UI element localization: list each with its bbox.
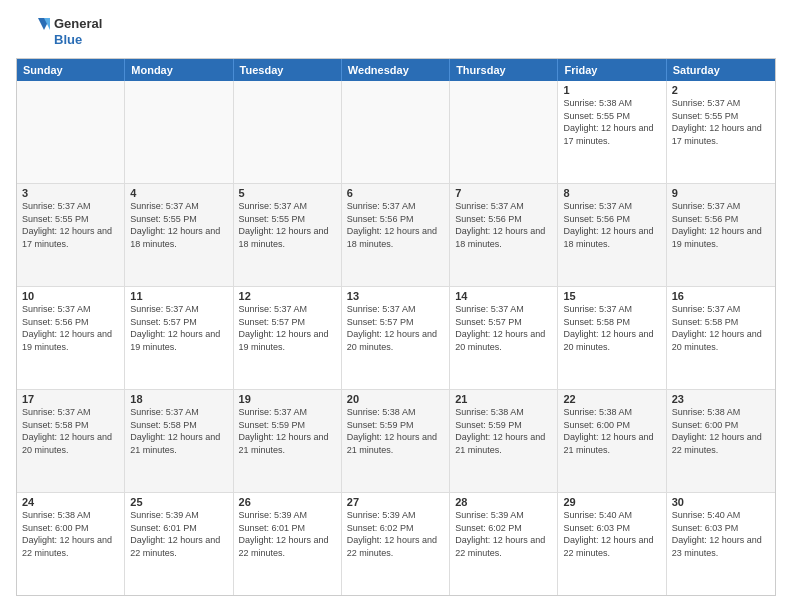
cell-info: Sunrise: 5:37 AM Sunset: 5:55 PM Dayligh…: [672, 97, 770, 147]
calendar-row-1: 3Sunrise: 5:37 AM Sunset: 5:55 PM Daylig…: [17, 184, 775, 287]
day-number: 7: [455, 187, 552, 199]
logo-svg: [16, 16, 50, 48]
day-cell-26: 26Sunrise: 5:39 AM Sunset: 6:01 PM Dayli…: [234, 493, 342, 595]
day-cell-29: 29Sunrise: 5:40 AM Sunset: 6:03 PM Dayli…: [558, 493, 666, 595]
day-header-wednesday: Wednesday: [342, 59, 450, 81]
day-cell-11: 11Sunrise: 5:37 AM Sunset: 5:57 PM Dayli…: [125, 287, 233, 389]
cell-info: Sunrise: 5:37 AM Sunset: 5:55 PM Dayligh…: [239, 200, 336, 250]
calendar-row-3: 17Sunrise: 5:37 AM Sunset: 5:58 PM Dayli…: [17, 390, 775, 493]
calendar-body: 1Sunrise: 5:38 AM Sunset: 5:55 PM Daylig…: [17, 81, 775, 595]
cell-info: Sunrise: 5:38 AM Sunset: 6:00 PM Dayligh…: [22, 509, 119, 559]
calendar-header: SundayMondayTuesdayWednesdayThursdayFrid…: [17, 59, 775, 81]
day-number: 8: [563, 187, 660, 199]
day-header-saturday: Saturday: [667, 59, 775, 81]
day-number: 14: [455, 290, 552, 302]
empty-cell: [17, 81, 125, 183]
day-cell-23: 23Sunrise: 5:38 AM Sunset: 6:00 PM Dayli…: [667, 390, 775, 492]
header: GeneralBlue: [16, 16, 776, 48]
day-cell-30: 30Sunrise: 5:40 AM Sunset: 6:03 PM Dayli…: [667, 493, 775, 595]
day-number: 28: [455, 496, 552, 508]
day-cell-15: 15Sunrise: 5:37 AM Sunset: 5:58 PM Dayli…: [558, 287, 666, 389]
cell-info: Sunrise: 5:38 AM Sunset: 5:59 PM Dayligh…: [347, 406, 444, 456]
day-number: 10: [22, 290, 119, 302]
day-cell-24: 24Sunrise: 5:38 AM Sunset: 6:00 PM Dayli…: [17, 493, 125, 595]
day-cell-10: 10Sunrise: 5:37 AM Sunset: 5:56 PM Dayli…: [17, 287, 125, 389]
day-number: 5: [239, 187, 336, 199]
day-number: 2: [672, 84, 770, 96]
day-cell-2: 2Sunrise: 5:37 AM Sunset: 5:55 PM Daylig…: [667, 81, 775, 183]
empty-cell: [125, 81, 233, 183]
day-cell-25: 25Sunrise: 5:39 AM Sunset: 6:01 PM Dayli…: [125, 493, 233, 595]
day-number: 19: [239, 393, 336, 405]
day-number: 3: [22, 187, 119, 199]
cell-info: Sunrise: 5:37 AM Sunset: 5:56 PM Dayligh…: [672, 200, 770, 250]
day-cell-27: 27Sunrise: 5:39 AM Sunset: 6:02 PM Dayli…: [342, 493, 450, 595]
cell-info: Sunrise: 5:37 AM Sunset: 5:55 PM Dayligh…: [130, 200, 227, 250]
cell-info: Sunrise: 5:38 AM Sunset: 5:59 PM Dayligh…: [455, 406, 552, 456]
cell-info: Sunrise: 5:37 AM Sunset: 5:58 PM Dayligh…: [22, 406, 119, 456]
logo-blue: Blue: [54, 32, 102, 48]
logo: GeneralBlue: [16, 16, 102, 48]
cell-info: Sunrise: 5:37 AM Sunset: 5:59 PM Dayligh…: [239, 406, 336, 456]
day-cell-4: 4Sunrise: 5:37 AM Sunset: 5:55 PM Daylig…: [125, 184, 233, 286]
cell-info: Sunrise: 5:37 AM Sunset: 5:57 PM Dayligh…: [347, 303, 444, 353]
day-cell-5: 5Sunrise: 5:37 AM Sunset: 5:55 PM Daylig…: [234, 184, 342, 286]
day-cell-9: 9Sunrise: 5:37 AM Sunset: 5:56 PM Daylig…: [667, 184, 775, 286]
cell-info: Sunrise: 5:37 AM Sunset: 5:58 PM Dayligh…: [672, 303, 770, 353]
day-cell-14: 14Sunrise: 5:37 AM Sunset: 5:57 PM Dayli…: [450, 287, 558, 389]
day-number: 6: [347, 187, 444, 199]
day-cell-8: 8Sunrise: 5:37 AM Sunset: 5:56 PM Daylig…: [558, 184, 666, 286]
day-number: 15: [563, 290, 660, 302]
day-cell-17: 17Sunrise: 5:37 AM Sunset: 5:58 PM Dayli…: [17, 390, 125, 492]
day-number: 4: [130, 187, 227, 199]
cell-info: Sunrise: 5:39 AM Sunset: 6:01 PM Dayligh…: [130, 509, 227, 559]
day-number: 17: [22, 393, 119, 405]
day-cell-21: 21Sunrise: 5:38 AM Sunset: 5:59 PM Dayli…: [450, 390, 558, 492]
page: GeneralBlue SundayMondayTuesdayWednesday…: [0, 0, 792, 612]
day-number: 18: [130, 393, 227, 405]
cell-info: Sunrise: 5:38 AM Sunset: 6:00 PM Dayligh…: [672, 406, 770, 456]
day-cell-1: 1Sunrise: 5:38 AM Sunset: 5:55 PM Daylig…: [558, 81, 666, 183]
day-number: 20: [347, 393, 444, 405]
day-number: 12: [239, 290, 336, 302]
day-cell-18: 18Sunrise: 5:37 AM Sunset: 5:58 PM Dayli…: [125, 390, 233, 492]
empty-cell: [450, 81, 558, 183]
calendar-row-2: 10Sunrise: 5:37 AM Sunset: 5:56 PM Dayli…: [17, 287, 775, 390]
cell-info: Sunrise: 5:39 AM Sunset: 6:01 PM Dayligh…: [239, 509, 336, 559]
day-number: 26: [239, 496, 336, 508]
day-number: 11: [130, 290, 227, 302]
day-cell-12: 12Sunrise: 5:37 AM Sunset: 5:57 PM Dayli…: [234, 287, 342, 389]
day-header-thursday: Thursday: [450, 59, 558, 81]
day-number: 16: [672, 290, 770, 302]
cell-info: Sunrise: 5:38 AM Sunset: 6:00 PM Dayligh…: [563, 406, 660, 456]
day-cell-13: 13Sunrise: 5:37 AM Sunset: 5:57 PM Dayli…: [342, 287, 450, 389]
cell-info: Sunrise: 5:40 AM Sunset: 6:03 PM Dayligh…: [672, 509, 770, 559]
calendar-row-0: 1Sunrise: 5:38 AM Sunset: 5:55 PM Daylig…: [17, 81, 775, 184]
cell-info: Sunrise: 5:37 AM Sunset: 5:57 PM Dayligh…: [130, 303, 227, 353]
cell-info: Sunrise: 5:37 AM Sunset: 5:58 PM Dayligh…: [130, 406, 227, 456]
logo-general: General: [54, 16, 102, 32]
calendar-row-4: 24Sunrise: 5:38 AM Sunset: 6:00 PM Dayli…: [17, 493, 775, 595]
cell-info: Sunrise: 5:37 AM Sunset: 5:56 PM Dayligh…: [347, 200, 444, 250]
day-number: 24: [22, 496, 119, 508]
day-number: 25: [130, 496, 227, 508]
day-header-friday: Friday: [558, 59, 666, 81]
cell-info: Sunrise: 5:37 AM Sunset: 5:57 PM Dayligh…: [455, 303, 552, 353]
cell-info: Sunrise: 5:37 AM Sunset: 5:58 PM Dayligh…: [563, 303, 660, 353]
day-cell-28: 28Sunrise: 5:39 AM Sunset: 6:02 PM Dayli…: [450, 493, 558, 595]
day-number: 21: [455, 393, 552, 405]
cell-info: Sunrise: 5:39 AM Sunset: 6:02 PM Dayligh…: [347, 509, 444, 559]
cell-info: Sunrise: 5:37 AM Sunset: 5:56 PM Dayligh…: [22, 303, 119, 353]
day-cell-6: 6Sunrise: 5:37 AM Sunset: 5:56 PM Daylig…: [342, 184, 450, 286]
day-cell-20: 20Sunrise: 5:38 AM Sunset: 5:59 PM Dayli…: [342, 390, 450, 492]
day-cell-16: 16Sunrise: 5:37 AM Sunset: 5:58 PM Dayli…: [667, 287, 775, 389]
cell-info: Sunrise: 5:39 AM Sunset: 6:02 PM Dayligh…: [455, 509, 552, 559]
cell-info: Sunrise: 5:37 AM Sunset: 5:56 PM Dayligh…: [455, 200, 552, 250]
day-number: 22: [563, 393, 660, 405]
cell-info: Sunrise: 5:40 AM Sunset: 6:03 PM Dayligh…: [563, 509, 660, 559]
day-cell-7: 7Sunrise: 5:37 AM Sunset: 5:56 PM Daylig…: [450, 184, 558, 286]
day-header-tuesday: Tuesday: [234, 59, 342, 81]
day-number: 30: [672, 496, 770, 508]
cell-info: Sunrise: 5:37 AM Sunset: 5:57 PM Dayligh…: [239, 303, 336, 353]
day-number: 13: [347, 290, 444, 302]
